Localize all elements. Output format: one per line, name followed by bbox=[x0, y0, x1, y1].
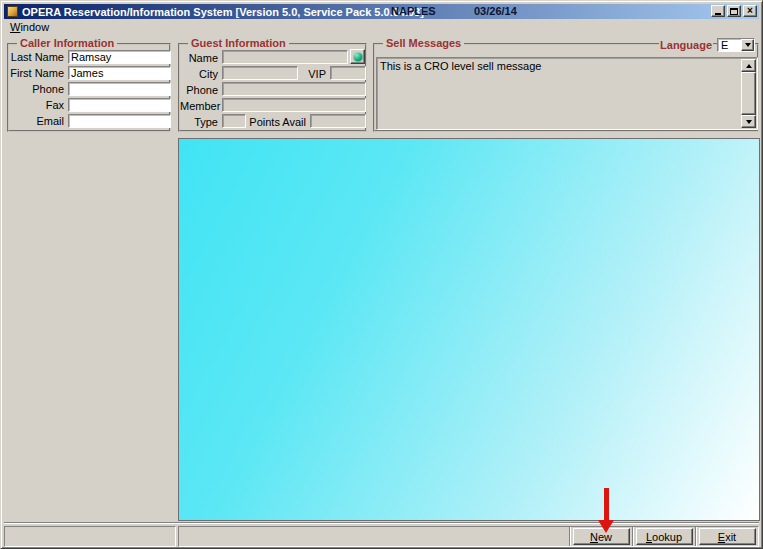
guest-information-title: Guest Information bbox=[188, 37, 289, 49]
titlebar-date: 03/26/14 bbox=[474, 5, 517, 17]
last-name-input[interactable] bbox=[68, 50, 171, 64]
language-label: Language bbox=[659, 39, 713, 51]
status-cell-left bbox=[4, 526, 176, 547]
sell-message-scrollbar[interactable] bbox=[741, 59, 756, 128]
titlebar: OPERA Reservation/Information System [Ve… bbox=[4, 4, 759, 19]
fax-label: Fax bbox=[9, 99, 64, 111]
member-label: Member bbox=[180, 100, 218, 112]
type-label: Type bbox=[180, 116, 218, 128]
language-value: E bbox=[721, 39, 728, 51]
status-cell-right: New Lookup Exit bbox=[178, 526, 759, 547]
main-workspace-canvas bbox=[178, 138, 760, 521]
name-lookup-button[interactable] bbox=[350, 49, 365, 64]
exit-button[interactable]: Exit bbox=[699, 528, 756, 545]
titlebar-location: NAPLES bbox=[391, 5, 436, 17]
language-control: Language E bbox=[659, 38, 755, 52]
new-button[interactable]: New bbox=[573, 528, 630, 545]
chevron-down-icon bbox=[745, 43, 751, 47]
email-label: Email bbox=[9, 115, 64, 127]
scroll-down-button[interactable] bbox=[741, 115, 756, 128]
guest-information-panel: Guest Information Name City VIP Phone Me… bbox=[178, 43, 367, 132]
points-avail-input bbox=[310, 114, 366, 128]
guest-phone-label: Phone bbox=[180, 84, 218, 96]
fax-input[interactable] bbox=[68, 98, 171, 112]
sell-messages-panel: Sell Messages Language E This is a CRO l… bbox=[373, 43, 759, 132]
last-name-label: Last Name bbox=[9, 51, 64, 63]
lookup-button-slot: Lookup bbox=[632, 527, 695, 546]
scroll-up-button[interactable] bbox=[741, 59, 756, 72]
new-button-slot: New bbox=[569, 527, 632, 546]
maximize-button[interactable] bbox=[727, 5, 741, 17]
menu-item-window[interactable]: Window bbox=[4, 21, 55, 33]
scroll-down-icon bbox=[746, 120, 752, 124]
guest-name-label: Name bbox=[180, 52, 218, 64]
points-avail-label: Points Avail bbox=[246, 116, 306, 128]
caller-phone-input[interactable] bbox=[68, 82, 171, 96]
guest-phone-input bbox=[222, 82, 366, 96]
vip-label: VIP bbox=[298, 68, 326, 80]
first-name-input[interactable] bbox=[68, 66, 171, 80]
caller-phone-label: Phone bbox=[9, 83, 64, 95]
app-window: OPERA Reservation/Information System [Ve… bbox=[0, 0, 763, 549]
minimize-button[interactable] bbox=[711, 5, 725, 17]
window-controls: × bbox=[711, 5, 757, 17]
maximize-icon bbox=[730, 8, 738, 15]
caller-information-panel: Caller Information Last Name First Name … bbox=[7, 43, 171, 132]
type-input bbox=[222, 114, 246, 128]
sell-messages-title: Sell Messages bbox=[383, 37, 464, 49]
bottom-bar: New Lookup Exit bbox=[4, 522, 759, 547]
city-input bbox=[222, 66, 298, 80]
lookup-button[interactable]: Lookup bbox=[636, 528, 693, 545]
scroll-up-icon bbox=[746, 64, 752, 68]
member-input bbox=[222, 98, 366, 112]
sell-message-textarea[interactable]: This is a CRO level sell message bbox=[376, 57, 758, 130]
window-title: OPERA Reservation/Information System [Ve… bbox=[22, 6, 424, 18]
globe-icon bbox=[353, 52, 363, 62]
city-label: City bbox=[180, 68, 218, 80]
close-button[interactable]: × bbox=[743, 5, 757, 17]
menubar: Window bbox=[4, 19, 759, 34]
sell-message-text: This is a CRO level sell message bbox=[380, 60, 739, 72]
first-name-label: First Name bbox=[9, 67, 64, 79]
language-dropdown[interactable]: E bbox=[717, 38, 755, 52]
exit-button-slot: Exit bbox=[695, 527, 758, 546]
app-icon[interactable] bbox=[7, 6, 18, 17]
close-icon: × bbox=[747, 6, 753, 16]
email-input[interactable] bbox=[68, 114, 171, 128]
scrollbar-thumb[interactable] bbox=[741, 72, 756, 115]
minimize-icon bbox=[715, 13, 721, 15]
guest-name-input bbox=[222, 50, 348, 64]
vip-input bbox=[330, 66, 366, 80]
caller-information-title: Caller Information bbox=[17, 37, 117, 49]
language-dropdown-button[interactable] bbox=[741, 39, 754, 51]
